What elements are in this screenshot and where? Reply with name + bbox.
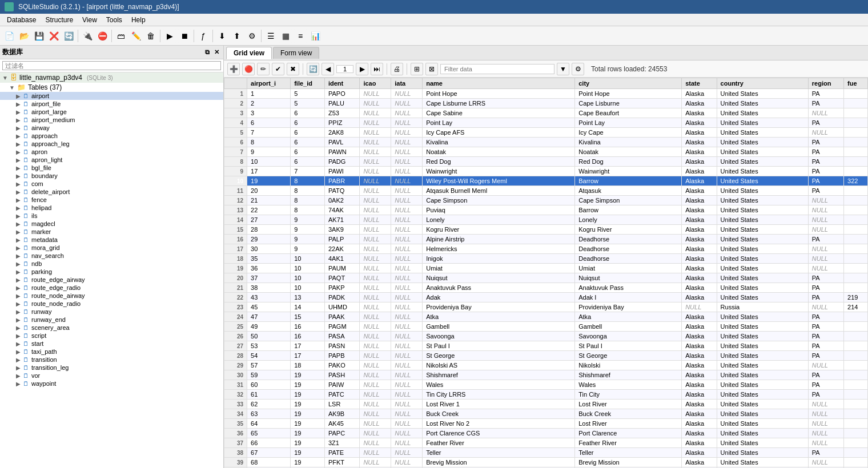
data-print-btn[interactable]: 🖨 bbox=[391, 63, 403, 75]
data-col-filter-btn[interactable]: ⊠ bbox=[425, 63, 438, 75]
data-commit-btn[interactable]: ✔ bbox=[272, 63, 284, 75]
table-row[interactable]: 38 67 19 PATE NULL NULL Teller Teller Al… bbox=[224, 448, 868, 458]
tree-item-approach_leg[interactable]: ▶🗒approach_leg bbox=[0, 140, 223, 148]
tree-item-waypoint[interactable]: ▶🗒waypoint bbox=[0, 380, 223, 388]
table-row[interactable]: 3 3 6 Z53 NULL NULL Cape Sabine Cape Bea… bbox=[224, 108, 868, 118]
tree-item-parking[interactable]: ▶🗒parking bbox=[0, 268, 223, 276]
tab-grid-view[interactable]: Grid view bbox=[226, 47, 272, 59]
tree-item-route_node_radio[interactable]: ▶🗒route_node_radio bbox=[0, 300, 223, 308]
menu-tools[interactable]: Tools bbox=[102, 15, 127, 25]
data-edit-btn[interactable]: ✏ bbox=[257, 63, 270, 75]
tree-item-transition[interactable]: ▶🗒transition bbox=[0, 356, 223, 364]
tb-import[interactable]: ⬇ bbox=[215, 29, 229, 43]
tb-refresh[interactable]: 🔄 bbox=[62, 29, 75, 43]
tree-item-start[interactable]: ▶🗒start bbox=[0, 340, 223, 348]
table-row[interactable]: 8 10 6 PADG NULL NULL Red Dog Red Dog Al… bbox=[224, 157, 868, 167]
data-prev-btn[interactable]: ◀ bbox=[322, 63, 334, 75]
tb-function[interactable]: ƒ bbox=[196, 29, 210, 43]
table-row[interactable]: 17 30 9 22AK NULL NULL Helmericks Deadho… bbox=[224, 244, 868, 254]
table-row[interactable]: 2 2 5 PALU NULL NULL Cape Lisburne LRRS … bbox=[224, 99, 868, 108]
tree-item-delete_airport[interactable]: ▶🗒delete_airport bbox=[0, 188, 223, 196]
tree-item-airport_file[interactable]: ▶🗒airport_file bbox=[0, 100, 223, 108]
table-row[interactable]: 27 53 17 PASN NULL NULL St Paul I St Pau… bbox=[224, 341, 868, 351]
data-rollback-btn[interactable]: ✖ bbox=[287, 63, 299, 75]
tree-item-airport_large[interactable]: ▶🗒airport_large bbox=[0, 108, 223, 116]
table-row[interactable]: 5 7 6 2AK8 NULL NULL Icy Cape AFS Icy Ca… bbox=[224, 128, 868, 138]
tb-run-query[interactable]: ▶ bbox=[163, 29, 176, 43]
table-row[interactable]: 15 28 9 3AK9 NULL NULL Kogru River Kogru… bbox=[224, 225, 868, 235]
table-row[interactable]: 18 35 10 4AK1 NULL NULL Inigok Deadhorse… bbox=[224, 254, 868, 264]
table-row[interactable]: 29 57 18 PAKO NULL NULL Nikolski AS Niko… bbox=[224, 361, 868, 370]
col-airport_i[interactable]: airport_i bbox=[247, 78, 291, 89]
table-row[interactable]: 1 1 5 PAPO NULL NULL Point Hope Point Ho… bbox=[224, 89, 868, 99]
tree-item-scenery_area[interactable]: ▶🗒scenery_area bbox=[0, 324, 223, 332]
table-row[interactable]: 34 63 19 AK9B NULL NULL Buck Creek Buck … bbox=[224, 409, 868, 419]
filter-options-btn[interactable]: ⚙ bbox=[572, 63, 584, 75]
tree-item-boundary[interactable]: ▶🗒boundary bbox=[0, 172, 223, 180]
tree-item-approach[interactable]: ▶🗒approach bbox=[0, 132, 223, 140]
col-fue[interactable]: fue bbox=[844, 78, 868, 89]
table-row[interactable]: 36 65 19 PAPC NULL NULL Port Clarence CG… bbox=[224, 429, 868, 438]
tree-item-route_node_airway[interactable]: ▶🗒route_node_airway bbox=[0, 292, 223, 300]
col-region[interactable]: region bbox=[808, 78, 843, 89]
menu-database[interactable]: Database bbox=[2, 15, 41, 25]
tree-item-script[interactable]: ▶🗒script bbox=[0, 332, 223, 340]
table-row[interactable]: 16 29 9 PALP NULL NULL Alpine Airstrip D… bbox=[224, 235, 868, 244]
tables-section[interactable]: ▼ 📁 Tables (37) bbox=[0, 83, 223, 92]
table-row[interactable]: 33 62 19 LSR NULL NULL Lost River 1 Lost… bbox=[224, 400, 868, 409]
tree-item-airway[interactable]: ▶🗒airway bbox=[0, 124, 223, 132]
data-col-toggle-btn[interactable]: ⊞ bbox=[411, 63, 423, 75]
table-row[interactable]: 20 37 10 PAQT NULL NULL Nuiqsut Nuiqsut … bbox=[224, 273, 868, 283]
table-row[interactable]: 10 19 8 PABR NULL NULL Wiley Post-Will R… bbox=[224, 176, 868, 186]
data-next-btn[interactable]: ▶ bbox=[356, 63, 368, 75]
tb-form[interactable]: ≡ bbox=[294, 29, 307, 43]
tree-item-com[interactable]: ▶🗒com bbox=[0, 180, 223, 188]
table-row[interactable]: 25 49 16 PAGM NULL NULL Gambell Gambell … bbox=[224, 322, 868, 332]
tb-column-toggle[interactable]: ☰ bbox=[264, 29, 278, 43]
data-delete-btn[interactable]: 🔴 bbox=[242, 63, 255, 75]
table-row[interactable]: 37 66 19 3Z1 NULL NULL Feather River Fea… bbox=[224, 438, 868, 448]
tb-stop-query[interactable]: ⏹ bbox=[178, 29, 191, 43]
tb-open[interactable]: 📂 bbox=[17, 29, 31, 43]
data-last-btn[interactable]: ⏭ bbox=[371, 63, 383, 75]
db-node[interactable]: ▼ 🗄 little_navmap_p3dv4 (SQLite 3) bbox=[0, 72, 223, 83]
table-row[interactable]: 32 61 19 PATC NULL NULL Tin City LRRS Ti… bbox=[224, 390, 868, 400]
tree-item-ndb[interactable]: ▶🗒ndb bbox=[0, 260, 223, 268]
table-row[interactable]: 19 36 10 PAUM NULL NULL Umiat Umiat Alas… bbox=[224, 264, 868, 273]
tree-item-airport_medium[interactable]: ▶🗒airport_medium bbox=[0, 116, 223, 124]
data-refresh-btn[interactable]: 🔄 bbox=[307, 63, 319, 75]
tb-close[interactable]: ❌ bbox=[47, 29, 61, 43]
tb-save[interactable]: 💾 bbox=[32, 29, 46, 43]
tb-connect[interactable]: 🔌 bbox=[81, 29, 94, 43]
table-row[interactable]: 24 47 15 PAAK NULL NULL Atka Atka Alaska… bbox=[224, 312, 868, 322]
col-name[interactable]: name bbox=[423, 78, 575, 89]
page-number-input[interactable] bbox=[336, 65, 353, 73]
table-row[interactable]: 14 27 9 AK71 NULL NULL Lonely Lonely Ala… bbox=[224, 215, 868, 225]
table-row[interactable]: 7 9 6 PAWN NULL NULL Noatak Noatak Alask… bbox=[224, 147, 868, 157]
tree-item-helipad[interactable]: ▶🗒helipad bbox=[0, 204, 223, 212]
db-restore-btn[interactable]: ⧉ bbox=[203, 48, 211, 57]
table-row[interactable]: 21 38 10 PAKP NULL NULL Anaktuvuk Pass A… bbox=[224, 283, 868, 293]
tb-new-table[interactable]: 🗃 bbox=[114, 29, 128, 43]
menu-structure[interactable]: Structure bbox=[41, 15, 78, 25]
col-iata[interactable]: iata bbox=[391, 78, 423, 89]
table-row[interactable]: 22 43 13 PADK NULL NULL Adak Adak I Alas… bbox=[224, 293, 868, 302]
tb-grid[interactable]: ▦ bbox=[279, 29, 292, 43]
table-row[interactable]: 11 20 8 PATQ NULL NULL Atqasuk Burnell M… bbox=[224, 186, 868, 196]
tree-item-vor[interactable]: ▶🗒vor bbox=[0, 372, 223, 380]
tree-item-magdecl[interactable]: ▶🗒magdecl bbox=[0, 220, 223, 228]
tree-item-fence[interactable]: ▶🗒fence bbox=[0, 196, 223, 204]
tree-item-route_edge_airway[interactable]: ▶🗒route_edge_airway bbox=[0, 276, 223, 284]
tb-edit-table[interactable]: ✏️ bbox=[129, 29, 143, 43]
table-row[interactable]: 39 68 19 PFKT NULL NULL Brevig Mission B… bbox=[224, 458, 868, 467]
tree-item-airport[interactable]: ▶🗒airport bbox=[0, 92, 223, 100]
table-row[interactable]: 4 6 6 PPIZ NULL NULL Point Lay Point Lay… bbox=[224, 118, 868, 128]
tree-item-transition_leg[interactable]: ▶🗒transition_leg bbox=[0, 364, 223, 372]
tree-item-runway_end[interactable]: ▶🗒runway_end bbox=[0, 316, 223, 324]
tree-item-taxi_path[interactable]: ▶🗒taxi_path bbox=[0, 348, 223, 356]
tree-item-runway[interactable]: ▶🗒runway bbox=[0, 308, 223, 316]
table-row[interactable]: 28 54 17 PAPB NULL NULL St George St Geo… bbox=[224, 351, 868, 361]
col-country[interactable]: country bbox=[717, 78, 808, 89]
filter-apply-btn[interactable]: ▼ bbox=[557, 63, 569, 75]
tree-item-apron_light[interactable]: ▶🗒apron_light bbox=[0, 156, 223, 164]
